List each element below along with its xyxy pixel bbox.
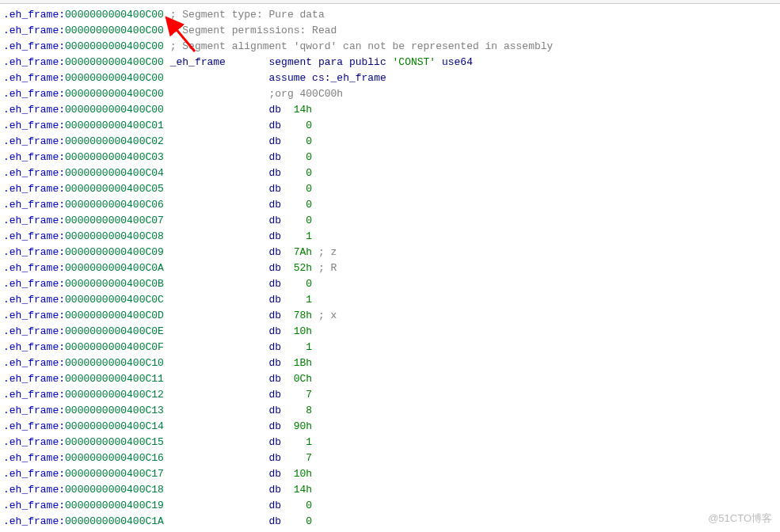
indent <box>170 436 269 448</box>
indent <box>170 373 269 385</box>
db-value: 1 <box>281 294 312 306</box>
colon: : <box>59 9 65 21</box>
code-line[interactable]: .eh_frame:0000000000400C00 assume cs:_eh… <box>3 70 780 86</box>
segment-keyword: segment para public <box>269 56 393 68</box>
address: 0000000000400C0B <box>65 278 164 290</box>
colon: : <box>59 151 65 163</box>
address: 0000000000400C00 <box>65 40 164 52</box>
segment-name: .eh_frame <box>3 373 59 385</box>
code-line[interactable]: .eh_frame:0000000000400C18 db 14h <box>3 482 780 498</box>
address: 0000000000400C0C <box>65 294 164 306</box>
code-line[interactable]: .eh_frame:0000000000400C04 db 0 <box>3 165 780 181</box>
db-value: 0Ch <box>281 373 312 385</box>
db-value: 7 <box>281 389 312 401</box>
colon: : <box>59 389 65 401</box>
db-value: 0 <box>281 500 312 511</box>
address: 0000000000400C0A <box>65 262 164 274</box>
code-line[interactable]: .eh_frame:0000000000400C15 db 1 <box>3 435 780 450</box>
code-line[interactable]: .eh_frame:0000000000400C0E db 10h <box>3 324 780 340</box>
code-line[interactable]: .eh_frame:0000000000400C0B db 0 <box>3 276 780 292</box>
colon: : <box>59 262 65 274</box>
code-line[interactable]: .eh_frame:0000000000400C00 ; Segment typ… <box>3 7 780 23</box>
db-directive: db <box>269 167 282 179</box>
code-line[interactable]: .eh_frame:0000000000400C09 db 7Ah ; z <box>3 245 780 260</box>
colon: : <box>59 405 65 416</box>
indent <box>170 246 269 258</box>
db-value: 0 <box>281 199 312 211</box>
indent <box>170 294 269 306</box>
code-line[interactable]: .eh_frame:0000000000400C00 ; Segment per… <box>3 23 780 39</box>
indent <box>170 452 269 464</box>
segment-name: .eh_frame <box>3 167 59 179</box>
segment-name: .eh_frame <box>3 515 59 527</box>
colon: : <box>59 72 65 84</box>
indent <box>170 500 269 511</box>
code-line[interactable]: .eh_frame:0000000000400C0C db 1 <box>3 292 780 308</box>
segment-class: 'CONST' <box>393 56 436 68</box>
code-line[interactable]: .eh_frame:0000000000400C00 ; Segment ali… <box>3 39 780 55</box>
segment-name: .eh_frame <box>3 183 59 195</box>
segment-name: .eh_frame <box>3 294 59 306</box>
code-line[interactable]: .eh_frame:0000000000400C03 db 0 <box>3 150 780 165</box>
code-line[interactable]: .eh_frame:0000000000400C06 db 0 <box>3 197 780 213</box>
indent <box>170 151 269 163</box>
indent <box>170 230 269 242</box>
code-line[interactable]: .eh_frame:0000000000400C19 db 0 <box>3 498 780 514</box>
db-value: 78h <box>281 310 312 321</box>
segment-name: .eh_frame <box>3 120 59 131</box>
indent <box>170 515 269 527</box>
colon: : <box>59 135 65 147</box>
indent <box>170 183 269 195</box>
code-line[interactable]: .eh_frame:0000000000400C05 db 0 <box>3 181 780 197</box>
code-line[interactable]: .eh_frame:0000000000400C02 db 0 <box>3 134 780 150</box>
address: 0000000000400C14 <box>65 420 164 432</box>
code-line[interactable]: .eh_frame:0000000000400C08 db 1 <box>3 229 780 245</box>
db-value: 1 <box>281 341 312 353</box>
db-directive: db <box>269 325 282 337</box>
segment-name: .eh_frame <box>3 405 59 416</box>
code-line[interactable]: .eh_frame:0000000000400C17 db 10h <box>3 466 780 482</box>
code-line[interactable]: .eh_frame:0000000000400C00 db 14h <box>3 102 780 118</box>
db-value: 8 <box>281 405 312 416</box>
colon: : <box>59 436 65 448</box>
code-line[interactable]: .eh_frame:0000000000400C00 _eh_frame seg… <box>3 55 780 70</box>
db-value: 10h <box>281 325 312 337</box>
code-line[interactable]: .eh_frame:0000000000400C13 db 8 <box>3 403 780 419</box>
code-line[interactable]: .eh_frame:0000000000400C01 db 0 <box>3 118 780 134</box>
db-value: 0 <box>281 183 312 195</box>
segment-name: .eh_frame <box>3 357 59 369</box>
address: 0000000000400C12 <box>65 389 164 401</box>
indent <box>170 484 269 496</box>
code-line[interactable]: .eh_frame:0000000000400C1A db 0 <box>3 514 780 530</box>
segment-name: .eh_frame <box>3 56 59 68</box>
code-line[interactable]: .eh_frame:0000000000400C14 db 90h <box>3 419 780 435</box>
db-directive: db <box>269 373 282 385</box>
colon: : <box>59 468 65 480</box>
code-line[interactable]: .eh_frame:0000000000400C12 db 7 <box>3 387 780 403</box>
code-line[interactable]: .eh_frame:0000000000400C10 db 1Bh <box>3 355 780 371</box>
db-value: 14h <box>281 104 312 116</box>
code-line[interactable]: .eh_frame:0000000000400C11 db 0Ch <box>3 371 780 387</box>
colon: : <box>59 484 65 496</box>
indent <box>170 262 269 274</box>
address: 0000000000400C00 <box>65 88 164 100</box>
disassembly-view[interactable]: .eh_frame:0000000000400C00 ; Segment typ… <box>0 4 780 530</box>
db-directive: db <box>269 246 282 258</box>
code-line[interactable]: .eh_frame:0000000000400C0F db 1 <box>3 340 780 355</box>
segment-name: .eh_frame <box>3 40 59 52</box>
address: 0000000000400C02 <box>65 135 164 147</box>
colon: : <box>59 167 65 179</box>
db-value: 90h <box>281 420 312 432</box>
segment-name: .eh_frame <box>3 325 59 337</box>
db-value: 7 <box>281 452 312 464</box>
db-directive: db <box>269 341 282 353</box>
code-line[interactable]: .eh_frame:0000000000400C07 db 0 <box>3 213 780 229</box>
db-value: 14h <box>281 484 312 496</box>
code-line[interactable]: .eh_frame:0000000000400C16 db 7 <box>3 450 780 466</box>
code-line[interactable]: .eh_frame:0000000000400C00 ;org 400C00h <box>3 86 780 102</box>
code-line[interactable]: .eh_frame:0000000000400C0D db 78h ; x <box>3 308 780 324</box>
code-line[interactable]: .eh_frame:0000000000400C0A db 52h ; R <box>3 260 780 276</box>
address: 0000000000400C13 <box>65 405 164 416</box>
db-directive: db <box>269 500 282 511</box>
colon: : <box>59 230 65 242</box>
